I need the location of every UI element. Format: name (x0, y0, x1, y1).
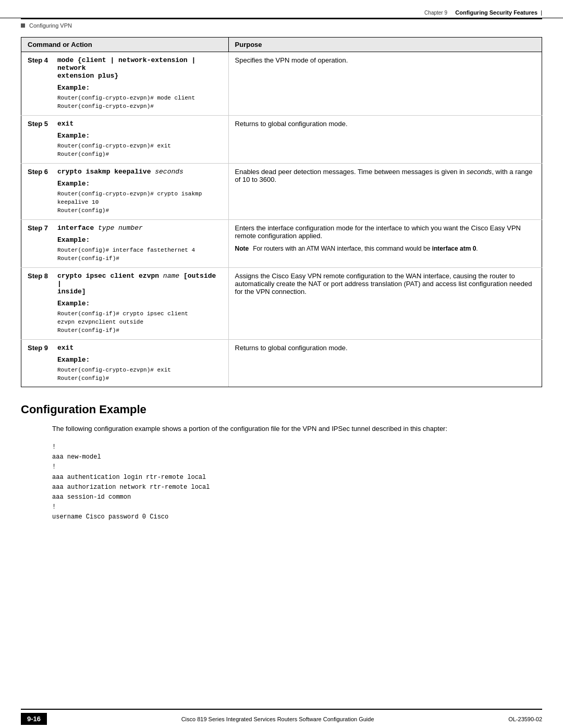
breadcrumb: Configuring VPN (0, 19, 563, 32)
cmd-italic: name (163, 272, 179, 280)
command-cell: mode {client | network-extension | netwo… (51, 52, 228, 116)
table-row: Step 6 crypto isakmp keepalive seconds E… (21, 163, 542, 219)
example-code: Router(config-crypto-ezvpn)# crypto isak… (57, 191, 202, 214)
example-code: Router(config-crypto-ezvpn)# mode client… (57, 95, 195, 109)
example-label: Example: (57, 180, 222, 188)
cmd-text: crypto ipsec client ezvpn (57, 272, 163, 280)
cmd-text: exit (57, 344, 74, 352)
footer-doc-number: OL-23590-02 (508, 716, 542, 722)
cmd-text-3: inside] (57, 288, 86, 295)
step-number: Step 6 (21, 163, 52, 219)
example-code: Router(config-crypto-ezvpn)# exitRouter(… (57, 143, 171, 157)
step-number: Step 7 (21, 219, 52, 267)
cmd-text: mode {client | network-extension | netwo… (57, 56, 195, 72)
page-footer: 9-16 Cisco 819 Series Integrated Service… (0, 709, 563, 728)
note-text: For routers with an ATM WAN interface, t… (253, 245, 478, 252)
chapter-number: Chapter 9 (424, 10, 447, 16)
page-number: 9-16 (21, 713, 47, 725)
command-cell: exit Example: Router(config-crypto-ezvpn… (51, 115, 228, 163)
cmd-text: interface (57, 224, 98, 232)
col-purpose-header: Purpose (228, 38, 542, 52)
purpose-cell: Assigns the Cisco Easy VPN remote config… (228, 267, 542, 339)
command-cell: crypto ipsec client ezvpn name [outside … (51, 267, 228, 339)
footer-center-text: Cisco 819 Series Integrated Services Rou… (47, 716, 508, 722)
breadcrumb-text: Configuring VPN (29, 22, 72, 29)
steps-table: Command or Action Purpose Step 4 mode {c… (21, 37, 542, 387)
config-code-block: ! aaa new-model ! aaa authentication log… (52, 442, 542, 523)
example-label: Example: (57, 356, 222, 364)
command-cell: interface type number Example: Router(co… (51, 219, 228, 267)
purpose-cell: Specifies the VPN mode of operation. (228, 52, 542, 116)
section-title: Configuration Example (21, 403, 542, 416)
example-code: Router(config-if)# crypto ipsec clientez… (57, 311, 188, 334)
step-number: Step 8 (21, 267, 52, 339)
cmd-text-2: extension plus} (57, 72, 118, 80)
table-row: Step 4 mode {client | network-extension … (21, 52, 542, 116)
example-label: Example: (57, 84, 222, 92)
chapter-title: Chapter 9 Configuring Security Features … (424, 9, 542, 16)
command-cell: exit Example: Router(config-crypto-ezvpn… (51, 339, 228, 387)
purpose-cell: Returns to global configuration mode. (228, 339, 542, 387)
example-label: Example: (57, 236, 222, 244)
command-cell: crypto isakmp keepalive seconds Example:… (51, 163, 228, 219)
table-row: Step 7 interface type number Example: Ro… (21, 219, 542, 267)
cmd-text: exit (57, 120, 74, 128)
note-label: Note (235, 245, 249, 252)
example-label: Example: (57, 132, 222, 140)
step-number: Step 9 (21, 339, 52, 387)
example-label: Example: (57, 300, 222, 307)
col-command-header: Command or Action (21, 38, 229, 52)
footer-content: 9-16 Cisco 819 Series Integrated Service… (0, 710, 563, 728)
breadcrumb-icon (21, 23, 25, 28)
purpose-cell: Returns to global configuration mode. (228, 115, 542, 163)
chapter-title-text: Configuring Security Features (455, 9, 537, 16)
table-row: Step 8 crypto ipsec client ezvpn name [o… (21, 267, 542, 339)
cmd-text: crypto isakmp keepalive (57, 168, 155, 176)
example-code: Router(config-crypto-ezvpn)# exitRouter(… (57, 367, 171, 381)
step-number: Step 5 (21, 115, 52, 163)
cmd-italic: seconds (155, 168, 183, 176)
purpose-cell: Enters the interface configuration mode … (228, 219, 542, 267)
main-content: Command or Action Purpose Step 4 mode {c… (0, 32, 563, 533)
table-row: Step 5 exit Example: Router(config-crypt… (21, 115, 542, 163)
table-row: Step 9 exit Example: Router(config-crypt… (21, 339, 542, 387)
cmd-italic: type number (98, 224, 143, 232)
page-header: Chapter 9 Configuring Security Features … (0, 0, 563, 18)
note-box: Note For routers with an ATM WAN interfa… (235, 245, 535, 252)
section-intro: The following configuration example show… (52, 424, 521, 434)
example-code: Router(config)# interface fastethernet 4… (57, 247, 195, 262)
purpose-cell: Enables dead peer detection messages. Ti… (228, 163, 542, 219)
step-number: Step 4 (21, 52, 52, 116)
